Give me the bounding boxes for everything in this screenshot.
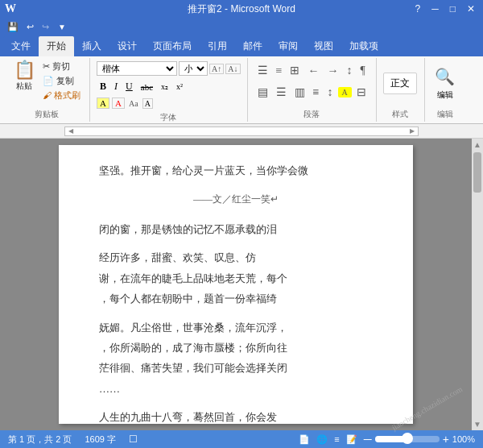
ruler-scale: ◀ ▶ — [64, 127, 419, 136]
align-left-btn[interactable]: ▤ — [254, 83, 271, 102]
scroll-down-btn[interactable]: ▼ — [472, 418, 483, 430]
page-container: 坚强。推开窗，给心灵一片蓝天，当你学会微 ——文／红尘一笑↵ 闭的窗，那是锈蚀的… — [0, 139, 472, 430]
doc-line-12: ，你所渴盼的，成了海市蜃楼；你所向往 — [99, 338, 373, 357]
zoom-in-btn[interactable]: + — [443, 433, 449, 446]
scroll-thumb[interactable] — [473, 152, 481, 193]
font-color-btn[interactable]: A — [112, 97, 125, 109]
copy-button[interactable]: 📄 复制 — [40, 74, 83, 88]
document-page: 坚强。推开窗，给心灵一片蓝天，当你学会微 ——文／红尘一笑↵ 闭的窗，那是锈蚀的… — [59, 145, 413, 424]
tab-home[interactable]: 开始 — [39, 36, 74, 56]
doc-line-11: 妩媚。凡尘俗世，世事沧桑，流年沉浮， — [99, 318, 373, 337]
tab-review[interactable]: 审阅 — [270, 36, 306, 56]
clipboard-label: 剪贴板 — [35, 107, 59, 120]
title-bar: W 推开窗2 - Microsoft Word ? ─ □ ✕ — [0, 0, 483, 18]
font-name-select[interactable]: 楷体 — [97, 61, 177, 76]
tab-mailings[interactable]: 邮件 — [235, 36, 270, 56]
numbering-btn[interactable]: ≡ — [273, 62, 286, 80]
quick-access-toolbar: 💾 ↩ ↪ ▼ — [0, 18, 483, 35]
tab-references[interactable]: 引用 — [200, 36, 235, 56]
undo-quick-btn[interactable]: ↩ — [24, 21, 36, 33]
font-label: 字体 — [160, 110, 176, 123]
edit-label: 编辑 — [437, 107, 453, 120]
track-icon: ☐ — [129, 433, 138, 445]
view-print-btn[interactable]: 📄 — [299, 434, 310, 445]
highlight-btn[interactable]: A — [97, 97, 109, 109]
superscript-button[interactable]: x² — [173, 81, 186, 93]
underline-button[interactable]: U — [122, 79, 136, 94]
doc-line-8: 谢，在流年的睫毛上品味地老天荒，每个 — [99, 269, 373, 288]
ribbon-tabs: 文件 开始 插入 设计 页面布局 引用 邮件 审阅 视图 加载项 — [0, 35, 483, 56]
view-web-btn[interactable]: 🌐 — [316, 434, 328, 445]
styles-panel[interactable]: 正文 — [383, 73, 417, 94]
line-spacing-btn[interactable]: ↕ — [324, 84, 336, 102]
zoom-thumb[interactable] — [402, 433, 413, 444]
zoom-controls: ─ + 100% — [364, 433, 475, 446]
style-group: 正文 样式 — [377, 58, 425, 122]
format-painter-button[interactable]: 🖌 格式刷 — [40, 89, 83, 102]
view-outline-btn[interactable]: ≡ — [334, 434, 339, 444]
clear-format-btn[interactable]: A — [142, 98, 153, 109]
cut-button[interactable]: ✂ 剪切 — [40, 60, 83, 73]
redo-quick-btn[interactable]: ↪ — [39, 21, 52, 33]
font-name-row: 楷体 小四 A↑ A↓ — [97, 61, 240, 76]
document-area: 坚强。推开窗，给心灵一片蓝天，当你学会微 ——文／红尘一笑↵ 闭的窗，那是锈蚀的… — [0, 139, 483, 430]
doc-line-7: 经历许多，甜蜜、欢笑、叹息、仿 — [99, 248, 373, 267]
decrease-size-btn[interactable]: A↓ — [225, 64, 240, 74]
shading-btn[interactable]: A — [338, 87, 352, 97]
align-right-btn[interactable]: ▥ — [291, 83, 308, 102]
minimize-button[interactable]: ─ — [428, 3, 442, 15]
scroll-up-btn[interactable]: ▲ — [472, 139, 483, 151]
zoom-out-btn[interactable]: ─ — [364, 433, 372, 446]
italic-button[interactable]: I — [111, 79, 121, 94]
dropdown-arrow[interactable]: ▼ — [58, 23, 66, 31]
ruler-marks: ◀ ▶ — [65, 127, 418, 135]
tab-layout[interactable]: 页面布局 — [145, 36, 200, 56]
align-center-btn[interactable]: ☰ — [273, 83, 290, 102]
bold-button[interactable]: B — [97, 79, 109, 94]
bullets-btn[interactable]: ☰ — [254, 61, 271, 80]
tab-view[interactable]: 视图 — [306, 36, 341, 56]
maximize-button[interactable]: □ — [447, 3, 459, 15]
sort-btn[interactable]: ↕ — [343, 62, 355, 80]
doc-line-4 — [99, 212, 373, 218]
strikethrough-button[interactable]: abc — [138, 81, 156, 93]
clipboard-group: 📋 粘贴 ✂ 剪切 📄 复制 🖌 格式刷 剪贴板 — [3, 58, 90, 122]
tab-insert[interactable]: 插入 — [74, 36, 109, 56]
doc-line-15 — [99, 400, 373, 406]
help-button[interactable]: ? — [412, 3, 424, 15]
multilevel-list-btn[interactable]: ⊞ — [287, 61, 303, 80]
clipboard-content: 📋 粘贴 ✂ 剪切 📄 复制 🖌 格式刷 — [10, 60, 83, 107]
zoom-slider[interactable] — [375, 436, 440, 442]
font-size-aa-large: Aa — [127, 99, 140, 108]
word-logo: W — [5, 2, 16, 15]
font-color-row: A A Aa A — [97, 97, 240, 109]
style-label: 样式 — [392, 107, 408, 120]
tab-addins[interactable]: 加载项 — [341, 36, 386, 56]
font-size-select[interactable]: 小四 — [179, 61, 208, 76]
find-icon[interactable]: 🔍 — [435, 67, 455, 86]
tab-design[interactable]: 设计 — [109, 36, 145, 56]
show-marks-btn[interactable]: ¶ — [357, 62, 368, 80]
view-draft-btn[interactable]: 📝 — [346, 434, 357, 445]
window-title: 推开窗2 - Microsoft Word — [188, 2, 295, 16]
doc-line-6 — [99, 240, 373, 247]
para-row2: ▤ ☰ ▥ ≡ ↕ A ⊟ — [254, 83, 369, 102]
subscript-button[interactable]: x₂ — [158, 81, 171, 93]
tab-file[interactable]: 文件 — [3, 36, 39, 56]
justify-btn[interactable]: ≡ — [310, 84, 323, 102]
editing-btn[interactable]: 编辑 — [437, 89, 453, 101]
increase-size-btn[interactable]: A↑ — [209, 64, 224, 74]
decrease-indent-btn[interactable]: ← — [304, 62, 322, 80]
para-row1: ☰ ≡ ⊞ ← → ↕ ¶ — [254, 61, 369, 80]
save-quick-btn[interactable]: 💾 — [5, 21, 21, 33]
vertical-scrollbar[interactable]: ▲ ▼ — [472, 139, 483, 430]
ribbon-content: 📋 粘贴 ✂ 剪切 📄 复制 🖌 格式刷 剪贴板 楷体 小四 A↑ A↓ — [0, 56, 483, 124]
status-bar: 第 1 页，共 2 页 1609 字 ☐ 📄 🌐 ≡ 📝 ─ + 100% — [0, 430, 483, 448]
clipboard-small-btns: ✂ 剪切 📄 复制 🖌 格式刷 — [40, 60, 83, 102]
close-button[interactable]: ✕ — [464, 3, 478, 15]
borders-btn[interactable]: ⊟ — [353, 83, 369, 102]
doc-content: 坚强。推开窗，给心灵一片蓝天，当你学会微 ——文／红尘一笑↵ 闭的窗，那是锈蚀的… — [99, 161, 373, 424]
paste-button[interactable]: 📋 粘贴 — [10, 60, 39, 93]
doc-line-16: 人生的九曲十八弯，蓦然回首，你会发 — [99, 408, 373, 424]
increase-indent-btn[interactable]: → — [324, 62, 341, 80]
